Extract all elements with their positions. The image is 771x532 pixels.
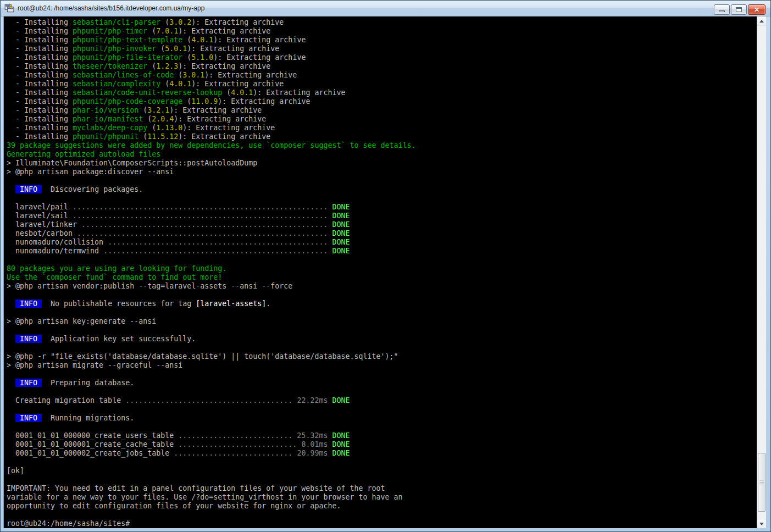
terminal-line: - Installing theseer/tokenizer (1.2.3): …	[7, 62, 757, 71]
terminal-line	[7, 194, 757, 203]
putty-window: root@ub24: /home/sasha/sites/b156.itdeve…	[0, 0, 771, 532]
terminal-line	[7, 256, 757, 264]
info-badge: INFO	[15, 335, 42, 343]
minimize-icon	[719, 10, 725, 12]
titlebar[interactable]: root@ub24: /home/sasha/sites/b156.itdeve…	[1, 1, 770, 16]
terminal-line: laravel/tinker .........................…	[7, 220, 757, 229]
info-badge: INFO	[15, 300, 42, 308]
terminal-line: Use the `composer fund` command to find …	[7, 273, 757, 282]
terminal-line: - Installing sebastian/complexity (4.0.1…	[7, 80, 757, 88]
info-badge: INFO	[15, 185, 42, 193]
window-title: root@ub24: /home/sasha/sites/b156.itdeve…	[18, 4, 770, 12]
close-icon: ✕	[754, 7, 759, 13]
terminal-line: Creating migration table ...............…	[7, 396, 757, 405]
terminal-line: > Illuminate\Foundation\ComposerScripts:…	[7, 159, 757, 168]
terminal-line: > @php artisan vendor:publish --tag=lara…	[7, 282, 757, 291]
arrow-down-icon	[759, 523, 764, 525]
terminal-line: - Installing phpunit/php-timer (7.0.1): …	[7, 27, 757, 36]
arrow-up-icon	[759, 20, 764, 23]
putty-icon[interactable]	[4, 3, 14, 13]
info-badge: INFO	[15, 414, 42, 422]
terminal-line	[7, 387, 757, 396]
terminal-line: 0001_01_01_000001_create_cache_table ...…	[7, 440, 757, 449]
terminal-line: INFO Discovering packages.	[7, 185, 757, 194]
terminal-line	[7, 405, 757, 414]
close-button[interactable]: ✕	[748, 4, 766, 15]
terminal-screen[interactable]: - Installing sebastian/cli-parser (3.0.2…	[3, 16, 757, 528]
terminal-line: variable for a new way to your files. Us…	[7, 493, 757, 502]
terminal-line	[7, 176, 757, 185]
minimize-button[interactable]	[714, 4, 730, 15]
terminal-line: > @php artisan key:generate --ansi	[7, 317, 757, 326]
terminal-line: 0001_01_01_000000_create_users_table ...…	[7, 431, 757, 440]
terminal-line: nunomaduro/collision ...................…	[7, 238, 757, 247]
terminal-line: - Installing phpunit/php-text-template (…	[7, 36, 757, 45]
terminal-line: INFO Preparing database.	[7, 379, 757, 387]
terminal-line: INFO No publishable resources for tag [l…	[7, 300, 757, 308]
terminal-line: > @php -r "file_exists('database/databas…	[7, 352, 757, 361]
terminal-line: root@ub24:/home/sasha/sites#	[7, 519, 757, 528]
terminal-line: 39 package suggestions were added by new…	[7, 141, 757, 150]
terminal-line: laravel/sail ...........................…	[7, 212, 757, 220]
terminal-line: - Installing phar-io/manifest (2.0.4): E…	[7, 115, 757, 124]
maximize-icon	[736, 7, 742, 12]
scroll-down-button[interactable]	[757, 519, 766, 528]
terminal-line: - Installing phpunit/php-invoker (5.0.1)…	[7, 45, 757, 53]
terminal-output: - Installing sebastian/cli-parser (3.0.2…	[7, 18, 757, 528]
terminal-line: > @php artisan migrate --graceful --ansi	[7, 361, 757, 370]
terminal-line	[7, 291, 757, 300]
terminal-line: 0001_01_01_000002_create_jobs_table ....…	[7, 449, 757, 458]
terminal-line: - Installing phpunit/php-code-coverage (…	[7, 97, 757, 106]
terminal-line: IMPORTANT: You need to edit in a panel c…	[7, 484, 757, 493]
scrollbar[interactable]	[757, 16, 766, 528]
maximize-button[interactable]	[731, 4, 747, 15]
scroll-up-button[interactable]	[757, 16, 766, 26]
terminal-line	[7, 326, 757, 335]
terminal-line: - Installing sebastian/code-unit-reverse…	[7, 88, 757, 97]
terminal-line: - Installing phar-io/version (3.2.1): Ex…	[7, 106, 757, 115]
terminal-line: - Installing myclabs/deep-copy (1.13.0):…	[7, 124, 757, 132]
terminal-line: nunomaduro/termwind ....................…	[7, 247, 757, 256]
terminal-line: - Installing phpunit/php-file-iterator (…	[7, 53, 757, 62]
terminal-line	[7, 475, 757, 484]
terminal-line	[7, 511, 757, 519]
terminal-line	[7, 458, 757, 467]
terminal-line: INFO Application key set successfully.	[7, 335, 757, 343]
scrollbar-thumb[interactable]	[758, 453, 766, 512]
terminal-line	[7, 370, 757, 379]
terminal-line: opportunity to edit configuration files …	[7, 502, 757, 511]
terminal-line: - Installing sebastian/cli-parser (3.0.2…	[7, 18, 757, 27]
terminal-line: Generating optimized autoload files	[7, 150, 757, 159]
terminal-line: [ok]	[7, 467, 757, 475]
window-controls: ✕	[714, 4, 766, 15]
terminal-line: INFO Running migrations.	[7, 414, 757, 423]
terminal-line: nesbot/carbon ..........................…	[7, 229, 757, 238]
terminal-line: laravel/pail ...........................…	[7, 203, 757, 212]
terminal-line	[7, 423, 757, 431]
terminal-line: - Installing phpunit/phpunit (11.5.12): …	[7, 132, 757, 141]
terminal-line: > @php artisan package:discover --ansi	[7, 168, 757, 176]
terminal-line	[7, 308, 757, 317]
terminal-line: - Installing sebastian/lines-of-code (3.…	[7, 71, 757, 80]
terminal-line: 80 packages you are using are looking fo…	[7, 264, 757, 273]
info-badge: INFO	[15, 379, 42, 387]
terminal-line	[7, 343, 757, 352]
